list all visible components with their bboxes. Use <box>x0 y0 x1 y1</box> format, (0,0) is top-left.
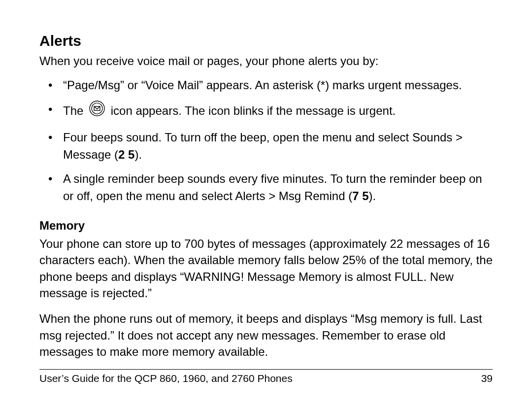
bullet-4-pre: A single reminder beep sounds every five… <box>63 172 482 203</box>
alerts-bullet-1: “Page/Msg” or “Voice Mail” appears. An a… <box>63 77 493 94</box>
bullet-3-post: ). <box>134 148 142 161</box>
memory-paragraph-2: When the phone runs out of memory, it be… <box>39 310 493 360</box>
memory-paragraph-1: Your phone can store up to 700 bytes of … <box>39 236 493 302</box>
bullet-3-bold: 2 5 <box>118 148 134 161</box>
footer-page-number: 39 <box>481 373 493 384</box>
bullet-2-post: icon appears. The icon blinks if the mes… <box>107 104 396 117</box>
bullet-4-bold: 7 5 <box>352 189 368 203</box>
svg-point-1 <box>92 103 102 114</box>
alerts-bullet-2: The icon appears. The icon blinks if the… <box>63 101 493 123</box>
envelope-icon <box>89 100 105 122</box>
heading-memory: Memory <box>39 219 493 233</box>
alerts-bullet-3: Four beeps sound. To turn off the beep, … <box>63 129 493 164</box>
alerts-bullet-list: “Page/Msg” or “Voice Mail” appears. An a… <box>39 77 493 205</box>
alerts-bullet-4: A single reminder beep sounds every five… <box>63 171 493 205</box>
document-page: Alerts When you receive voice mail or pa… <box>0 0 532 411</box>
bullet-4-post: ). <box>369 189 376 203</box>
heading-alerts: Alerts <box>39 32 493 50</box>
page-footer: User’s Guide for the QCP 860, 1960, and … <box>39 370 493 384</box>
alerts-intro: When you receive voice mail or pages, yo… <box>39 53 493 69</box>
bullet-2-pre: The <box>63 104 87 117</box>
footer-title: User’s Guide for the QCP 860, 1960, and … <box>39 373 293 384</box>
